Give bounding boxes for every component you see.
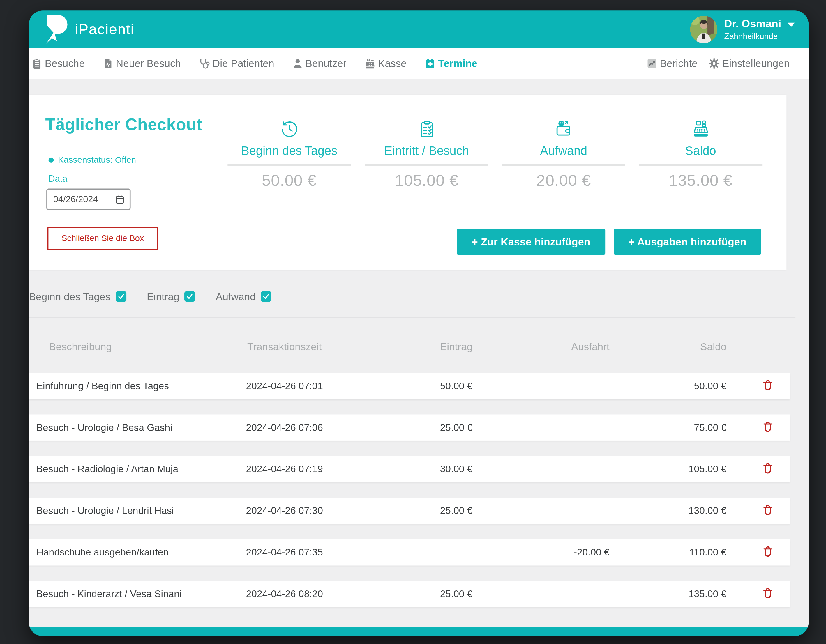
app-title: iPacienti <box>75 21 134 37</box>
row-description: Besuch - Kinderarzt / Vesa Sinani <box>29 588 239 600</box>
row-saldo: 135.00 € <box>640 588 745 600</box>
row-eintrag: 30.00 € <box>329 464 503 475</box>
brand: iPacienti <box>44 14 134 44</box>
stat-underline <box>639 164 762 166</box>
nav-item-kasse[interactable]: Kasse <box>364 57 407 70</box>
app-window: iPacienti <box>29 11 809 636</box>
row-description: Einführung / Beginn des Tages <box>29 380 239 392</box>
nav-item-berichte[interactable]: Berichte <box>646 57 697 70</box>
add-expense-button[interactable]: + Ausgaben hinzufügen <box>614 228 761 255</box>
row-ausfahrt: -20.00 € <box>503 546 640 558</box>
nav-right-group: Berichte Ein <box>646 57 790 70</box>
filter-item: Beginn des Tages <box>29 290 126 303</box>
status-dot-icon <box>48 157 54 163</box>
cash-register-icon <box>691 119 710 139</box>
column-header-eintrag: Eintrag <box>329 340 503 352</box>
table-row: Besuch - Urologie / Besa Gashi 2024-04-2… <box>29 414 790 441</box>
chevron-down-icon <box>787 22 795 26</box>
filter-label: Beginn des Tages <box>29 290 110 303</box>
avatar <box>690 16 717 43</box>
row-time: 2024-04-26 07:01 <box>240 380 329 392</box>
filter-label: Eintrag <box>147 290 179 303</box>
calendar-plus-icon <box>424 57 436 70</box>
column-header-saldo: Saldo <box>640 340 745 352</box>
screen: iPacienti <box>0 0 826 644</box>
check-icon <box>262 293 270 300</box>
user-name: Dr. Osmani <box>724 17 781 30</box>
content-area: Täglicher Checkout Kassenstatus: Offen D… <box>29 79 809 627</box>
stat-saldo: Saldo 135.00 € <box>638 118 764 189</box>
file-medical-icon <box>102 57 114 69</box>
clipboard-check-icon <box>417 119 436 139</box>
filter-checkbox[interactable] <box>116 291 126 302</box>
app-logo-icon <box>44 14 68 44</box>
stat-underline <box>365 164 488 166</box>
nav-item-die-patienten[interactable]: Die Patienten <box>198 57 274 70</box>
date-input[interactable]: 04/26/2024 <box>46 189 130 210</box>
delete-row-button[interactable] <box>760 378 775 393</box>
calendar-icon <box>115 194 125 204</box>
stat-beginn-des-tages: Beginn des Tages 50.00 € <box>226 118 352 189</box>
row-saldo: 130.00 € <box>640 505 745 517</box>
stat-underline <box>502 164 625 166</box>
row-time: 2024-04-26 07:06 <box>240 422 329 433</box>
row-description: Besuch - Urologie / Besa Gashi <box>29 422 239 433</box>
column-header-transaktionszeit: Transaktionszeit <box>240 340 329 352</box>
trash-icon <box>761 587 775 600</box>
row-description: Besuch - Urologie / Lendrit Hasi <box>29 505 239 517</box>
column-header-beschreibung: Beschreibung <box>29 340 239 352</box>
nav-item-neuer-besuch[interactable]: Neuer Besuch <box>102 57 181 70</box>
main-nav: Besuche Neuer Besuch Die Patienten <box>29 48 809 79</box>
nav-item-benutzer[interactable]: Benutzer <box>292 57 346 70</box>
close-box-button[interactable]: Schließen Sie die Box <box>48 227 158 250</box>
table-row: Besuch - Radiologie / Artan Muja 2024-04… <box>29 456 790 482</box>
user-info: Dr. Osmani Zahnheilkunde <box>724 17 795 41</box>
delete-row-button[interactable] <box>760 585 775 601</box>
row-time: 2024-04-26 07:35 <box>240 546 329 558</box>
trash-icon <box>761 379 775 392</box>
clock-history-icon <box>279 119 299 139</box>
row-description: Handschuhe ausgeben/kaufen <box>29 546 239 558</box>
cash-register-icon <box>364 57 376 70</box>
transactions-table: Einführung / Beginn des Tages 2024-04-26… <box>29 373 809 607</box>
trash-icon <box>761 503 775 517</box>
delete-row-button[interactable] <box>760 419 775 435</box>
daily-checkout-card: Täglicher Checkout Kassenstatus: Offen D… <box>29 95 786 270</box>
filter-label: Aufwand <box>216 290 256 303</box>
row-eintrag: 25.00 € <box>329 588 503 600</box>
row-saldo: 75.00 € <box>640 422 745 433</box>
row-saldo: 50.00 € <box>640 380 745 392</box>
row-eintrag: 25.00 € <box>329 422 503 433</box>
check-icon <box>117 293 125 300</box>
trash-icon <box>761 545 775 558</box>
date-value: 04/26/2024 <box>53 194 98 205</box>
clipboard-list-icon <box>31 57 43 69</box>
stat-eintritt-besuch: Eintritt / Besuch 105.00 € <box>363 118 490 189</box>
check-icon <box>186 293 193 300</box>
delete-row-button[interactable] <box>760 544 775 559</box>
gear-icon <box>708 57 720 70</box>
table-row: Einführung / Beginn des Tages 2024-04-26… <box>29 373 790 399</box>
filter-item: Eintrag <box>147 290 195 303</box>
row-saldo: 110.00 € <box>640 546 745 558</box>
user-role: Zahnheilkunde <box>724 31 795 41</box>
nav-item-besuche[interactable]: Besuche <box>31 57 85 70</box>
page-title: Täglicher Checkout <box>45 115 202 134</box>
date-label: Data <box>48 174 67 184</box>
user-menu[interactable]: Dr. Osmani Zahnheilkunde <box>690 16 795 43</box>
nav-item-termine[interactable]: Termine <box>424 57 477 70</box>
filter-item: Aufwand <box>216 290 272 303</box>
add-to-cash-button[interactable]: + Zur Kasse hinzufügen <box>457 228 605 255</box>
delete-row-button[interactable] <box>760 502 775 517</box>
stethoscope-icon <box>198 57 211 70</box>
nav-item-einstelleungen[interactable]: Einstelleungen <box>708 57 790 70</box>
filter-checkbox[interactable] <box>261 291 272 302</box>
row-time: 2024-04-26 07:19 <box>240 464 329 475</box>
filter-checkbox[interactable] <box>185 291 195 302</box>
table-row: Handschuhe ausgeben/kaufen 2024-04-26 07… <box>29 539 790 565</box>
cash-status: Kassenstatus: Offen <box>48 155 136 165</box>
trash-icon <box>761 420 775 433</box>
delete-row-button[interactable] <box>760 461 775 476</box>
table-row: Besuch - Kinderarzt / Vesa Sinani 2024-0… <box>29 581 790 607</box>
row-time: 2024-04-26 07:30 <box>240 505 329 517</box>
